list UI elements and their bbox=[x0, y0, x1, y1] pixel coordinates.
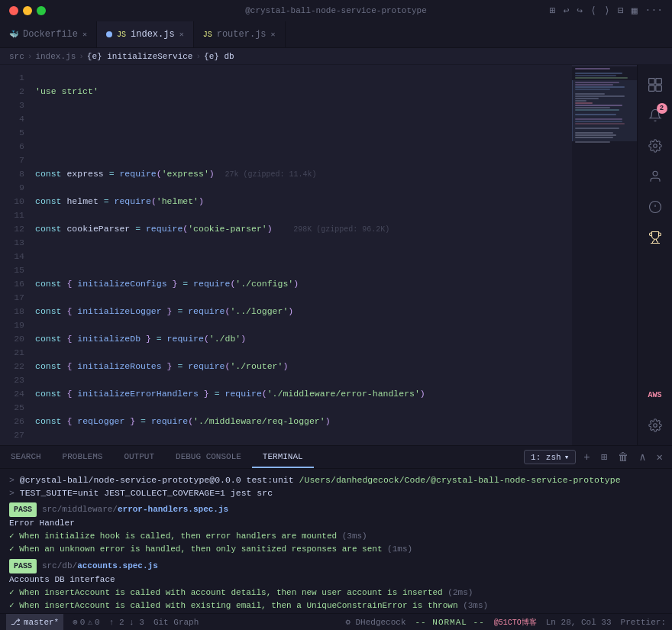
test-suite-1: PASS src/middleware/error-handlers.spec.… bbox=[9, 502, 663, 517]
panel-tab-debug[interactable]: DEBUG CONSOLE bbox=[165, 446, 252, 468]
svg-rect-1 bbox=[655, 79, 661, 85]
trophy-icon[interactable] bbox=[641, 224, 669, 251]
window-controls[interactable] bbox=[9, 6, 46, 15]
pass-badge-2: PASS bbox=[9, 559, 37, 573]
toolbar-icons: ⊞ ↩ ↪ ⟨ ⟩ ⊟ ▦ ··· bbox=[550, 5, 663, 17]
svg-point-5 bbox=[653, 171, 657, 176]
activity-bar: 2 AWS bbox=[637, 65, 672, 445]
js-icon-router: JS bbox=[203, 31, 212, 39]
notification-badge: 2 bbox=[657, 103, 667, 114]
close-panel-icon[interactable]: ✕ bbox=[654, 449, 666, 465]
tab-dockerfile[interactable]: 🐳 Dockerfile ✕ bbox=[0, 21, 97, 47]
split-terminal-icon[interactable]: ⊞ bbox=[598, 449, 610, 465]
branch-name: master* bbox=[24, 618, 59, 627]
tab-index-js[interactable]: JS index.js ✕ bbox=[97, 21, 194, 47]
minimap bbox=[572, 65, 637, 445]
test-suite-2-name: Accounts DB interface bbox=[9, 573, 663, 586]
maximize-button[interactable] bbox=[37, 6, 46, 15]
maximize-panel-icon[interactable]: ∧ bbox=[636, 449, 648, 465]
breadcrumb-db[interactable]: {e} db bbox=[204, 52, 234, 61]
warning-icon: ⚠ bbox=[87, 617, 92, 627]
error-icon: ⊗ bbox=[73, 617, 78, 627]
window-title: @crystal-ball-node-service-prototype bbox=[245, 6, 427, 15]
tab-bar: 🐳 Dockerfile ✕ JS index.js ✕ JS router.j… bbox=[0, 21, 672, 48]
pr-count[interactable]: ↑ 2 ↓ 3 bbox=[109, 618, 144, 627]
nav-forward-icon[interactable]: ⟩ bbox=[604, 5, 610, 17]
test-1-1: ✓ When initialize hook is called, then e… bbox=[9, 530, 663, 543]
tab-dockerfile-label: Dockerfile bbox=[23, 29, 78, 40]
minimap-content bbox=[572, 65, 637, 445]
tab-dockerfile-close[interactable]: ✕ bbox=[82, 30, 87, 39]
bell-icon[interactable]: 2 bbox=[641, 102, 669, 129]
svg-rect-0 bbox=[648, 79, 654, 85]
layout-icon[interactable]: ▦ bbox=[632, 5, 638, 17]
status-bar: ⎇ master* ⊗ 0 ⚠ 0 ↑ 2 ↓ 3 Git Graph ⚙ DH… bbox=[0, 613, 672, 630]
breadcrumb: src › index.js › {e} initializeService ›… bbox=[0, 48, 672, 65]
svg-rect-3 bbox=[655, 86, 661, 92]
svg-point-4 bbox=[653, 144, 657, 148]
terminal-line-2: > TEST_SUITE=unit JEST_COLLECT_COVERAGE=… bbox=[9, 486, 663, 499]
gear3-icon[interactable] bbox=[641, 412, 669, 439]
extensions-icon[interactable] bbox=[641, 71, 669, 99]
tab-index-js-close[interactable]: ✕ bbox=[179, 30, 184, 39]
tab-router-js-label: router.js bbox=[217, 29, 267, 40]
svg-point-9 bbox=[653, 424, 657, 428]
tab-router-js[interactable]: JS router.js ✕ bbox=[194, 21, 286, 47]
js-icon: JS bbox=[117, 31, 126, 39]
code-editor: 1 2 3 4 5 6 7 8 9 10 11 12 13 14 15 16 1… bbox=[0, 65, 572, 445]
git-branch[interactable]: ⎇ master* bbox=[6, 614, 63, 631]
tab-router-js-close[interactable]: ✕ bbox=[271, 30, 276, 39]
test-2-2: ✓ When insertAccount is called with exis… bbox=[9, 599, 663, 612]
breadcrumb-src[interactable]: src bbox=[9, 52, 24, 61]
terminal-line-1: > @crystal-ball/node-service-prototype@0… bbox=[9, 473, 663, 486]
breadcrumb-init[interactable]: {e} initializeService bbox=[87, 52, 193, 61]
pass-badge-1: PASS bbox=[9, 502, 37, 517]
panel-tab-output[interactable]: OUTPUT bbox=[113, 446, 165, 468]
aws-icon[interactable]: AWS bbox=[641, 381, 669, 409]
chevron-down-icon: ▾ bbox=[564, 452, 570, 462]
user-name[interactable]: ⚙ DHedgecock bbox=[345, 617, 405, 627]
user-icon[interactable] bbox=[641, 163, 669, 190]
breadcrumb-index[interactable]: index.js bbox=[35, 52, 76, 61]
panel-controls: 1: zsh ▾ + ⊞ 🗑 ∧ ✕ bbox=[524, 446, 672, 468]
terminal-content[interactable]: > @crystal-ball/node-service-prototype@0… bbox=[0, 469, 672, 613]
terminal-selector[interactable]: 1: zsh ▾ bbox=[524, 450, 576, 464]
close-button[interactable] bbox=[9, 6, 18, 15]
normal-mode: -- NORMAL -- bbox=[415, 618, 485, 627]
more-icon[interactable]: ··· bbox=[645, 5, 663, 17]
test-suite-1-name: Error Handler bbox=[9, 517, 663, 530]
title-bar: @crystal-ball-node-service-prototype ⊞ ↩… bbox=[0, 0, 672, 21]
git-graph-link[interactable]: Git Graph bbox=[153, 618, 199, 627]
panel-tab-search[interactable]: SEARCH bbox=[0, 446, 52, 468]
tab-index-js-label: index.js bbox=[131, 29, 175, 40]
delete-terminal-icon[interactable]: 🗑 bbox=[615, 450, 632, 465]
forward-icon[interactable]: ↪ bbox=[577, 5, 583, 17]
open-editors-icon[interactable]: ⊟ bbox=[618, 5, 624, 17]
main-area: 1 2 3 4 5 6 7 8 9 10 11 12 13 14 15 16 1… bbox=[0, 65, 672, 445]
error-count[interactable]: ⊗ 0 ⚠ 0 bbox=[73, 617, 99, 627]
split-editor-icon[interactable]: ⊞ bbox=[550, 5, 556, 17]
docker-icon: 🐳 bbox=[9, 30, 18, 39]
panel-tabs: SEARCH PROBLEMS OUTPUT DEBUG CONSOLE TER… bbox=[0, 446, 672, 469]
nav-back-icon[interactable]: ⟨ bbox=[590, 5, 596, 17]
svg-rect-2 bbox=[648, 86, 654, 92]
test-suite-2: PASS src/db/accounts.spec.js bbox=[9, 559, 663, 573]
git-branch-icon: ⎇ bbox=[11, 617, 21, 627]
info-icon[interactable] bbox=[641, 193, 669, 221]
line-numbers: 1 2 3 4 5 6 7 8 9 10 11 12 13 14 15 16 1… bbox=[0, 65, 29, 445]
test-2-1: ✓ When insertAccount is called with acco… bbox=[9, 586, 663, 599]
code-content[interactable]: 'use strict' const express = require('ex… bbox=[29, 65, 572, 445]
prettier-label[interactable]: Prettier: bbox=[621, 618, 666, 627]
line-col: Ln 28, Col 33 bbox=[546, 618, 612, 627]
terminal-name: 1: zsh bbox=[531, 453, 561, 462]
bottom-panel: SEARCH PROBLEMS OUTPUT DEBUG CONSOLE TER… bbox=[0, 445, 672, 613]
panel-tab-problems[interactable]: PROBLEMS bbox=[52, 446, 114, 468]
minimize-button[interactable] bbox=[23, 6, 32, 15]
settings-icon[interactable] bbox=[641, 132, 669, 160]
add-terminal-icon[interactable]: + bbox=[580, 450, 593, 465]
code-area[interactable]: 1 2 3 4 5 6 7 8 9 10 11 12 13 14 15 16 1… bbox=[0, 65, 572, 445]
watermark: @51CTO博客 bbox=[494, 617, 537, 628]
panel-tab-terminal[interactable]: TERMINAL bbox=[252, 446, 314, 468]
back-icon[interactable]: ↩ bbox=[564, 5, 570, 17]
tab-active-indicator bbox=[106, 31, 112, 37]
